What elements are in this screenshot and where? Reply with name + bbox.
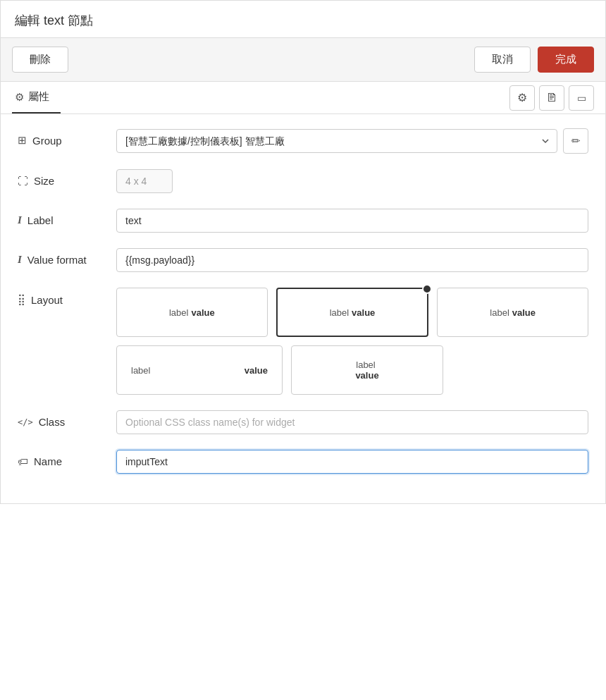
tab-properties-label: 屬性 — [28, 90, 49, 104]
layout-label-3: label — [490, 307, 509, 318]
tag-icon: 🏷 — [18, 455, 28, 467]
layout-label-5: label — [356, 360, 375, 370]
delete-button[interactable]: 刪除 — [12, 47, 68, 73]
size-label-text: Size — [34, 175, 54, 187]
tab-gear-button[interactable]: ⚙ — [509, 85, 535, 111]
tab-document-button[interactable]: 🖹 — [539, 85, 564, 111]
tab-document-icon: 🖹 — [546, 92, 557, 104]
label-label-text: Label — [27, 214, 54, 226]
value-format-input[interactable] — [116, 248, 588, 272]
name-label: 🏷 Name — [18, 450, 116, 467]
layout-value-2: value — [352, 307, 375, 318]
selected-indicator — [422, 284, 432, 294]
page-container: 編輯 text 節點 刪除 取消 完成 屬性 ⚙ 🖹 ▭ — [0, 0, 606, 504]
layout-value-1: value — [191, 307, 214, 318]
value-format-label: I Value format — [18, 248, 116, 266]
page-title: 編輯 text 節點 — [15, 12, 591, 29]
layout-value-3: value — [512, 307, 536, 318]
layout-option-row-left[interactable]: label value — [116, 288, 268, 337]
class-input[interactable] — [116, 410, 588, 434]
layout-label: ⣿ Layout — [18, 288, 116, 306]
tabs-area: 屬性 ⚙ 🖹 ▭ — [1, 82, 605, 114]
layout-option-row-spread[interactable]: label value — [116, 345, 283, 395]
name-label-text: Name — [34, 455, 62, 467]
label-label: I Label — [18, 209, 116, 226]
pencil-icon: ✏ — [571, 135, 581, 147]
tab-properties[interactable]: 屬性 — [12, 82, 61, 113]
done-button[interactable]: 完成 — [538, 47, 594, 73]
layout-value-5: value — [355, 370, 378, 381]
layout-grid: label value label value label valu — [116, 288, 588, 395]
group-row-inner: [智慧工廠數據/控制儀表板] 智慧工廠 ✏ — [116, 128, 588, 154]
group-row: ⊞ Group [智慧工廠數據/控制儀表板] 智慧工廠 ✏ — [18, 128, 588, 154]
layout-empty — [452, 345, 588, 395]
layout-field: label value label value label valu — [116, 288, 588, 395]
toolbar: 刪除 取消 完成 — [1, 38, 605, 82]
layout-option-row-right[interactable]: label value — [437, 288, 588, 337]
layout-value-4: value — [245, 365, 268, 376]
layout-option-stacked[interactable]: label value — [291, 345, 443, 395]
class-row: </> Class — [18, 410, 588, 434]
value-format-field — [116, 248, 588, 272]
group-label: ⊞ Group — [18, 128, 116, 147]
cancel-button[interactable]: 取消 — [474, 47, 531, 73]
group-label-text: Group — [32, 135, 62, 147]
class-icon: </> — [18, 417, 33, 427]
size-row: ⛶ Size — [18, 169, 588, 193]
layout-row-2: label value label value — [116, 345, 588, 395]
label-icon: I — [18, 214, 22, 226]
group-field: [智慧工廠數據/控制儀表板] 智慧工廠 ✏ — [116, 128, 588, 154]
toolbar-right: 取消 完成 — [474, 47, 594, 73]
group-edit-button[interactable]: ✏ — [563, 128, 588, 154]
layout-row-1: label value label value label valu — [116, 288, 588, 337]
tab-gear-icon: ⚙ — [517, 91, 527, 104]
size-input[interactable] — [116, 169, 173, 193]
layout-option-row-center[interactable]: label value — [276, 288, 429, 337]
label-field — [116, 209, 588, 233]
tab-icons: ⚙ 🖹 ▭ — [509, 85, 594, 111]
tab-frame-button[interactable]: ▭ — [569, 85, 594, 111]
value-format-label-text: Value format — [27, 254, 87, 266]
layout-label-1: label — [169, 307, 188, 318]
value-icon: I — [18, 254, 22, 266]
label-row: I Label — [18, 209, 588, 233]
layout-label-2: label — [330, 307, 349, 318]
name-row: 🏷 Name — [18, 450, 588, 474]
layout-label-4: label — [131, 365, 150, 376]
class-label-text: Class — [39, 416, 66, 428]
name-field — [116, 450, 588, 474]
size-field — [116, 169, 588, 193]
grid-icon: ⊞ — [18, 134, 27, 147]
layout-label-text: Layout — [31, 294, 63, 306]
tab-frame-icon: ▭ — [577, 92, 586, 104]
group-select[interactable]: [智慧工廠數據/控制儀表板] 智慧工廠 — [116, 129, 557, 153]
size-label: ⛶ Size — [18, 169, 116, 187]
resize-icon: ⛶ — [18, 175, 28, 187]
page-header: 編輯 text 節點 — [1, 1, 605, 38]
class-label: </> Class — [18, 410, 116, 428]
layout-icon: ⣿ — [18, 293, 25, 306]
label-input[interactable] — [116, 209, 588, 233]
value-format-row: I Value format — [18, 248, 588, 272]
layout-row: ⣿ Layout label value lab — [18, 288, 588, 395]
class-field — [116, 410, 588, 434]
name-input[interactable] — [116, 450, 588, 474]
gear-icon — [15, 91, 24, 104]
form-content: ⊞ Group [智慧工廠數據/控制儀表板] 智慧工廠 ✏ ⛶ Size — [1, 114, 605, 503]
